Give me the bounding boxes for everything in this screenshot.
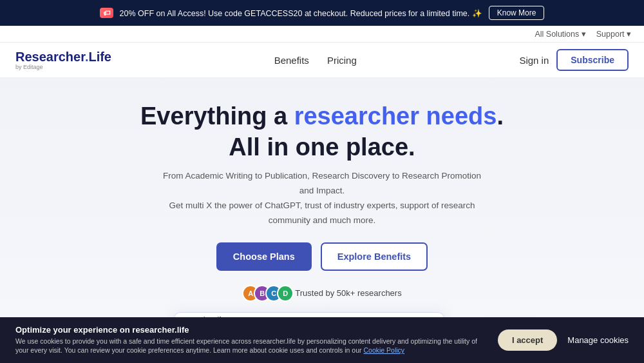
- logo[interactable]: Researcher.Life by Editage: [15, 50, 111, 70]
- hero-heading: Everything a researcher needs. All in on…: [13, 101, 631, 162]
- nav-benefits[interactable]: Benefits: [274, 55, 309, 66]
- hero-desc1: From Academic Writing to Publication, Re…: [163, 171, 481, 195]
- secondary-nav: All Solutions ▾ Support ▾: [0, 26, 644, 43]
- nav-pricing[interactable]: Pricing: [327, 55, 357, 66]
- nav-links: Benefits Pricing: [274, 55, 357, 66]
- know-more-button[interactable]: Know More: [489, 6, 545, 20]
- logo-subtitle: by Editage: [15, 64, 111, 70]
- cookie-text-block: Optimize your experience on researcher.l…: [15, 325, 488, 355]
- support-dropdown[interactable]: Support ▾: [596, 29, 631, 39]
- cookie-description: We use cookies to provide you with a saf…: [15, 337, 488, 355]
- logo-text: Researcher.Life: [15, 50, 111, 63]
- cookie-title: Optimize your experience on researcher.l…: [15, 325, 488, 335]
- trust-row: A B C D Trusted by 50k+ researchers: [13, 285, 631, 302]
- signin-button[interactable]: Sign in: [519, 55, 549, 66]
- trust-avatars: A B C D: [242, 285, 289, 302]
- hero-desc2: Get multi X the power of ChatGPT, trust …: [169, 201, 475, 225]
- main-nav: Researcher.Life by Editage Benefits Pric…: [0, 43, 644, 78]
- cookie-manage-button[interactable]: Manage cookies: [567, 335, 629, 345]
- announcement-text: 20% OFF on All Access! Use code GETACCES…: [120, 8, 482, 18]
- avatar-4: D: [277, 285, 294, 302]
- hero-buttons: Choose Plans Explore Benefits: [13, 242, 631, 271]
- all-solutions-dropdown[interactable]: All Solutions ▾: [535, 29, 585, 39]
- cookie-accept-button[interactable]: I accept: [498, 329, 557, 351]
- cookie-banner: Optimize your experience on researcher.l…: [0, 317, 644, 363]
- hero-line2: All in one place.: [229, 133, 415, 161]
- hero-line1-end: .: [497, 103, 504, 130]
- subscribe-button[interactable]: Subscribe: [556, 49, 629, 71]
- explore-benefits-button[interactable]: Explore Benefits: [321, 242, 428, 271]
- announcement-bar: 🏷 20% OFF on All Access! Use code GETACC…: [0, 0, 644, 26]
- trust-text: Trusted by 50k+ researchers: [295, 288, 401, 298]
- hero-description: From Academic Writing to Publication, Re…: [155, 169, 489, 228]
- promo-tag-icon: 🏷: [100, 8, 113, 18]
- hero-highlight: researcher needs: [294, 103, 497, 130]
- cookie-policy-link[interactable]: Cookie Policy: [363, 346, 404, 354]
- hero-line1-plain: Everything a: [140, 103, 294, 130]
- choose-plans-button[interactable]: Choose Plans: [216, 242, 312, 271]
- nav-btn-group: Sign in Subscribe: [519, 49, 629, 71]
- cookie-desc-text: We use cookies to provide you with a saf…: [15, 337, 477, 355]
- logo-dot: .: [85, 50, 89, 64]
